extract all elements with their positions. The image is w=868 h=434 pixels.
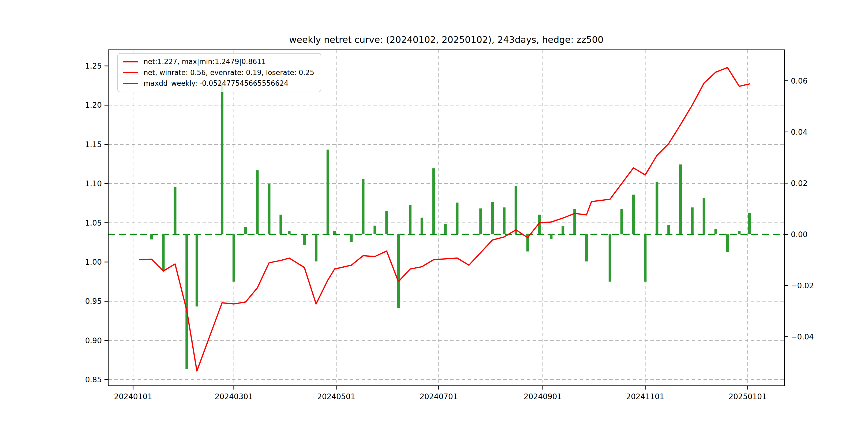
weekly-return-bar bbox=[444, 224, 447, 234]
weekly-return-bar bbox=[456, 203, 458, 234]
legend-entry: maxdd_weekly: -0.052477545665556624 bbox=[123, 80, 314, 87]
x-tick-label: 20240901 bbox=[524, 392, 562, 401]
weekly-return-bar bbox=[609, 235, 611, 282]
y-left-tick-label: 1.05 bbox=[85, 219, 102, 227]
legend-label-maxdd: maxdd_weekly: -0.052477545665556624 bbox=[144, 80, 288, 87]
y-right-tick-label: −0.02 bbox=[791, 281, 814, 290]
weekly-return-bar bbox=[714, 229, 717, 235]
net-line-swatch bbox=[123, 72, 138, 73]
weekly-return-bar bbox=[667, 225, 670, 234]
weekly-return-bar bbox=[503, 207, 505, 234]
weekly-return-bar bbox=[748, 213, 751, 234]
weekly-return-bar bbox=[479, 209, 482, 234]
weekly-return-bar bbox=[327, 150, 329, 234]
weekly-return-bar bbox=[244, 227, 247, 235]
y-left-tick-label: 1.10 bbox=[85, 179, 102, 188]
weekly-return-bar bbox=[150, 235, 153, 240]
weekly-return-bar bbox=[362, 179, 364, 234]
x-tick-label: 20240501 bbox=[317, 392, 355, 401]
weekly-return-bar bbox=[397, 235, 400, 308]
net-line-swatch bbox=[123, 83, 138, 84]
weekly-return-bar bbox=[726, 235, 729, 252]
y-left-tick-label: 1.15 bbox=[85, 140, 102, 149]
weekly-return-bar bbox=[174, 187, 176, 235]
y-left-tick-label: 1.25 bbox=[85, 62, 102, 70]
x-tick-label: 20250101 bbox=[728, 392, 767, 401]
weekly-return-bar bbox=[303, 235, 306, 245]
weekly-return-bar bbox=[432, 168, 435, 234]
x-tick-label: 20240101 bbox=[114, 392, 152, 401]
weekly-return-bar bbox=[691, 207, 693, 234]
figure: 2024010120240301202405012024070120240901… bbox=[0, 0, 868, 434]
weekly-return-bar bbox=[288, 231, 291, 234]
weekly-return-bar bbox=[620, 209, 623, 235]
weekly-return-bar bbox=[656, 182, 658, 235]
weekly-return-bar bbox=[561, 226, 564, 235]
legend-box: net:1.227, max|min:1.2479|0.8611 net, wi… bbox=[117, 53, 321, 92]
x-tick-label: 20240701 bbox=[420, 392, 458, 401]
y-left-tick-label: 0.90 bbox=[85, 336, 102, 345]
weekly-return-bar bbox=[333, 231, 336, 234]
legend-entry: net, winrate: 0.56, evenrate: 0.19, lose… bbox=[123, 69, 314, 76]
weekly-return-bar bbox=[679, 164, 682, 235]
weekly-return-bar bbox=[279, 215, 282, 235]
legend-entry: net:1.227, max|min:1.2479|0.8611 bbox=[123, 58, 314, 66]
net-line-swatch bbox=[123, 61, 138, 62]
weekly-return-bar bbox=[703, 198, 705, 235]
y-right-tick-label: −0.04 bbox=[791, 333, 814, 341]
weekly-return-bar bbox=[373, 225, 376, 234]
weekly-return-bar bbox=[409, 205, 411, 235]
weekly-return-bar bbox=[195, 235, 198, 307]
y-left-tick-label: 0.85 bbox=[85, 375, 102, 384]
weekly-return-bar bbox=[232, 235, 235, 282]
weekly-return-bar bbox=[632, 195, 635, 235]
weekly-return-bar bbox=[350, 235, 353, 242]
weekly-return-bar bbox=[550, 235, 552, 239]
weekly-return-bar bbox=[421, 218, 423, 235]
y-right-tick-label: 0.00 bbox=[791, 230, 807, 239]
weekly-return-bar bbox=[256, 170, 259, 235]
weekly-return-bar bbox=[162, 235, 165, 271]
weekly-return-bar bbox=[644, 235, 646, 282]
weekly-return-bar bbox=[585, 235, 588, 261]
y-right-tick-label: 0.04 bbox=[791, 128, 807, 136]
weekly-return-bar bbox=[315, 235, 317, 261]
legend-label-net: net:1.227, max|min:1.2479|0.8611 bbox=[144, 58, 266, 66]
weekly-return-bar bbox=[185, 235, 188, 369]
chart-title: weekly netret curve: (20240102, 20250102… bbox=[289, 34, 603, 45]
x-tick-label: 20240301 bbox=[215, 392, 253, 401]
weekly-return-bar bbox=[268, 184, 270, 234]
weekly-return-bar bbox=[221, 84, 223, 235]
y-right-tick-label: 0.06 bbox=[791, 76, 807, 86]
x-tick-label: 20241101 bbox=[626, 392, 664, 401]
weekly-return-bar bbox=[385, 211, 388, 235]
y-left-tick-label: 1.20 bbox=[85, 101, 102, 110]
y-left-tick-label: 1.00 bbox=[85, 258, 102, 267]
weekly-return-bar bbox=[491, 202, 494, 234]
y-right-tick-label: 0.02 bbox=[791, 179, 807, 188]
legend-label-winrate: net, winrate: 0.56, evenrate: 0.19, lose… bbox=[144, 69, 314, 76]
y-left-tick-label: 0.95 bbox=[85, 297, 102, 306]
weekly-return-bar bbox=[738, 231, 741, 234]
weekly-return-bar bbox=[515, 186, 517, 235]
